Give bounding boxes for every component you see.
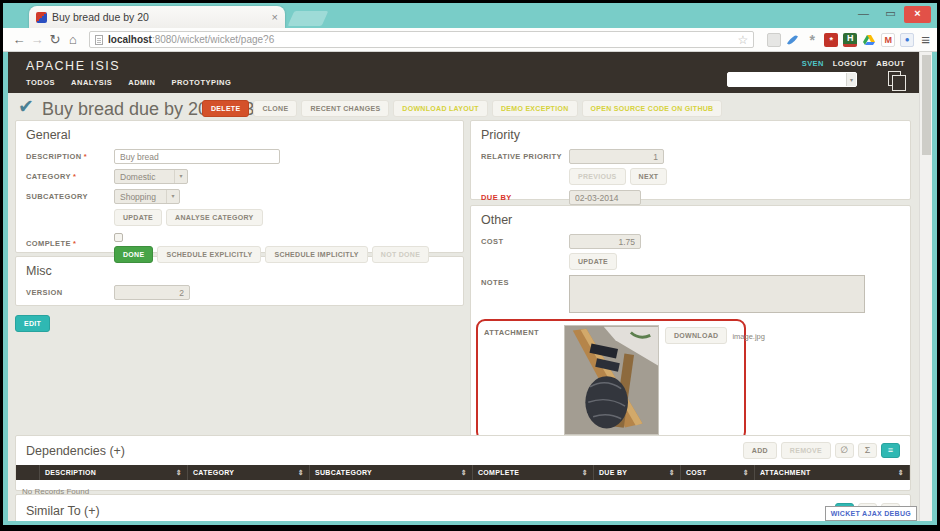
lookup-combobox[interactable]: ▾ [727, 72, 857, 87]
fan-extension-icon[interactable]: * [805, 33, 819, 47]
app-menu: TODOS ANALYSIS ADMIN PROTOTYPING [26, 78, 231, 87]
summary-sigma-icon[interactable]: Σ [858, 443, 877, 458]
schedule-explicitly-button[interactable]: SCHEDULE EXPLICITLY [157, 246, 261, 263]
h-extension-icon[interactable]: H [843, 33, 857, 47]
column-header[interactable]: DESCRIPTION⇕ [40, 465, 188, 480]
lookup-input[interactable] [728, 73, 846, 86]
column-header[interactable]: CATEGORY⇕ [188, 465, 310, 480]
forward-icon[interactable]: → [28, 32, 46, 47]
column-header[interactable]: SUBCATEGORY⇕ [310, 465, 473, 480]
sort-icon: ⇕ [898, 469, 904, 480]
menu-item-prototyping[interactable]: PROTOTYPING [171, 78, 231, 87]
minimize-button[interactable]: — [850, 6, 877, 23]
chevron-down-icon: ▾ [166, 190, 179, 203]
notes-field[interactable] [569, 275, 865, 313]
misc-panel: Misc VERSION [15, 256, 464, 306]
hide-columns-icon[interactable]: ∅ [835, 443, 854, 458]
complete-label: COMPLETE* [26, 231, 114, 263]
page-scrollbar[interactable] [919, 52, 932, 521]
add-button[interactable]: ADD [743, 442, 777, 459]
menu-item-todos[interactable]: TODOS [26, 78, 55, 87]
update-button[interactable]: UPDATE [114, 209, 162, 226]
attachment-filename: image.jpg [732, 327, 765, 341]
download-layout-button[interactable]: DOWNLOAD LAYOUT [393, 100, 488, 117]
general-panel: General DESCRIPTION* CATEGORY* Domestic▾… [15, 120, 464, 253]
back-icon[interactable]: ← [10, 32, 28, 47]
remove-button: REMOVE [781, 442, 831, 459]
demo-exception-button[interactable]: DEMO EXCEPTION [492, 100, 578, 117]
browser-toolbar: ← → ↻ ⌂ localhost :8080/wicket/wicket/pa… [3, 28, 937, 52]
column-header[interactable]: DUE BY⇕ [594, 465, 681, 480]
category-select[interactable]: Domestic▾ [114, 169, 188, 184]
drive-extension-icon[interactable] [862, 33, 876, 47]
extension-icon[interactable] [767, 33, 781, 47]
sort-icon: ⇕ [461, 469, 467, 480]
priority-heading: Priority [481, 128, 900, 142]
about-link[interactable]: ABOUT [876, 59, 905, 68]
delete-button[interactable]: DELETE [202, 100, 249, 117]
browser-window: Buy bread due by 20 × — ▭ × ← → ↻ ⌂ loca… [3, 3, 937, 525]
new-tab-button[interactable] [288, 11, 329, 26]
schedule-implicitly-button[interactable]: SCHEDULE IMPLICITLY [265, 246, 367, 263]
update-cost-button[interactable]: UPDATE [569, 253, 617, 270]
previous-button: PREVIOUS [569, 168, 626, 185]
browser-titlebar: Buy bread due by 20 × — ▭ × [3, 3, 937, 28]
scrollbar-thumb[interactable] [922, 55, 931, 155]
red-extension-icon[interactable]: * [824, 33, 838, 47]
attachment-image[interactable] [564, 325, 659, 435]
chevron-down-icon[interactable]: ▾ [846, 73, 856, 86]
browser-tab[interactable]: Buy bread due by 20 × [29, 6, 285, 28]
similar-to-panel: Similar To (+) ∅ Σ ≡ [15, 494, 911, 521]
open-source-button[interactable]: OPEN SOURCE CODE ON GITHUB [582, 100, 723, 117]
mail-extension-icon[interactable]: M [881, 33, 895, 47]
recent-changes-button[interactable]: RECENT CHANGES [301, 100, 389, 117]
dependencies-panel: Dependencies (+) ADD REMOVE ∅ Σ ≡ DESCRI… [15, 435, 911, 491]
due-by-field[interactable] [569, 190, 641, 205]
subcategory-label: SUBCATEGORY [26, 189, 114, 204]
analyse-category-button[interactable]: ANALYSE CATEGORY [166, 209, 262, 226]
logout-link[interactable]: LOGOUT [833, 59, 867, 68]
close-button[interactable]: × [904, 6, 931, 23]
complete-checkbox[interactable] [114, 233, 123, 242]
maximize-button[interactable]: ▭ [877, 6, 904, 23]
list-view-icon[interactable]: ≡ [881, 443, 900, 458]
clone-button[interactable]: CLONE [253, 100, 297, 117]
menu-icon[interactable]: ≡ [921, 31, 930, 48]
user-link[interactable]: SVEN [802, 59, 824, 68]
bookmark-star-icon[interactable]: ☆ [737, 33, 748, 47]
menu-item-admin[interactable]: ADMIN [128, 78, 155, 87]
tab-title: Buy bread due by 20 [52, 11, 268, 23]
done-button[interactable]: DONE [114, 246, 153, 263]
column-header[interactable]: ATTACHMENT⇕ [755, 465, 910, 480]
sort-icon: ⇕ [298, 469, 304, 480]
dependencies-heading: Dependencies (+) [26, 444, 743, 458]
dependencies-table-header: DESCRIPTION⇕ CATEGORY⇕ SUBCATEGORY⇕ COMP… [16, 465, 910, 480]
tab-close-icon[interactable]: × [272, 11, 278, 23]
attachment-highlight-box: ATTACHMENT [476, 319, 746, 441]
extensions-row: * * H M ● [767, 33, 914, 47]
sort-icon: ⇕ [669, 469, 675, 480]
column-header[interactable]: COMPLETE⇕ [473, 465, 594, 480]
column-header[interactable]: COST⇕ [681, 465, 755, 480]
menu-item-analysis[interactable]: ANALYSIS [71, 78, 112, 87]
page-content: APACHE ISIS TODOS ANALYSIS ADMIN PROTOTY… [8, 52, 919, 521]
reload-icon[interactable]: ↻ [46, 32, 64, 47]
copy-link-icon[interactable] [888, 71, 901, 86]
download-button[interactable]: DOWNLOAD [665, 327, 727, 344]
edit-button[interactable]: EDIT [15, 315, 50, 332]
wicket-ajax-debug-link[interactable]: WICKET AJAX DEBUG [825, 506, 917, 521]
url-bar[interactable]: localhost :8080/wicket/wicket/page?6 ☆ [89, 31, 754, 48]
relative-priority-field [569, 149, 664, 164]
app-brand[interactable]: APACHE ISIS [26, 59, 120, 73]
other-panel: Other COST UPDATE NOTES ATTACHMENT [470, 205, 911, 473]
feather-extension-icon[interactable] [786, 33, 800, 47]
select-column-header [16, 465, 40, 480]
circle-extension-icon[interactable]: ● [900, 33, 914, 47]
subcategory-select[interactable]: Shopping▾ [114, 189, 180, 204]
url-path: :8080/wicket/wicket/page?6 [152, 34, 274, 45]
description-field[interactable] [114, 149, 280, 164]
next-button[interactable]: NEXT [630, 168, 668, 185]
home-icon[interactable]: ⌂ [64, 32, 82, 47]
cost-field [569, 234, 641, 249]
cost-label: COST [481, 234, 569, 249]
